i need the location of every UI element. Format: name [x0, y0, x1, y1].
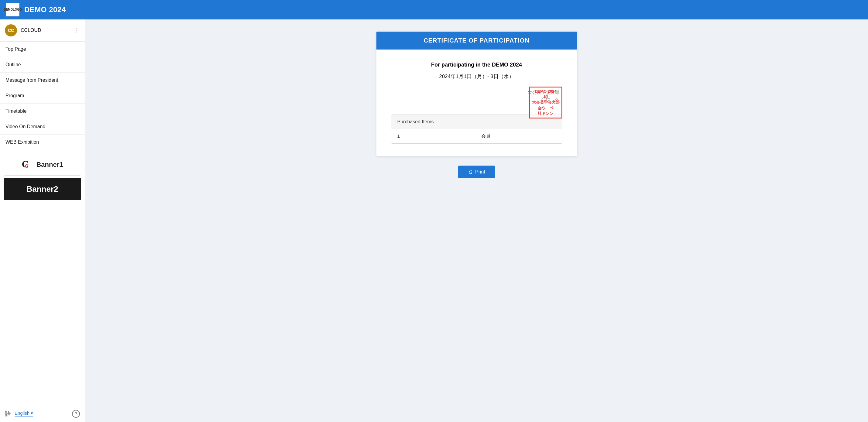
help-icon[interactable]: ?	[72, 410, 80, 418]
banner1[interactable]: C c Banner1	[4, 154, 81, 176]
purchased-row: 1 会員	[391, 129, 562, 143]
translate-icon: 語	[5, 410, 11, 418]
sidebar-item-timetable[interactable]: Timetable	[0, 103, 85, 119]
stamp-area: 大会長学会犬郎 会ウ ベ DEMO 2024 印 大会長学会犬郎 会ウ ベ 社ド…	[391, 90, 562, 102]
certificate-body: For participating in the DEMO 2024 2024年…	[376, 50, 577, 156]
sidebar-item-vod[interactable]: Video On Demand	[0, 119, 85, 134]
certificate-title: For participating in the DEMO 2024	[431, 62, 522, 68]
purchased-num: 1	[397, 133, 415, 139]
sidebar-item-web-exhibition[interactable]: WEB Exhibition	[0, 134, 85, 150]
username: CCLOUD	[21, 28, 74, 33]
certificate-card: CERTIFICATE OF PARTICIPATION For partici…	[376, 32, 577, 156]
certificate-header: CERTIFICATE OF PARTICIPATION	[376, 32, 577, 50]
language-selector[interactable]: English ▾	[14, 411, 33, 417]
banner2-text: Banner2	[26, 184, 58, 194]
print-button[interactable]: 🖨 Print	[458, 165, 495, 178]
sidebar-item-outline[interactable]: Outline	[0, 57, 85, 72]
stamp-overlay-line5: 社ドンン	[532, 111, 560, 116]
printer-icon: 🖨	[468, 169, 473, 175]
user-row: CC CCLOUD ⋮	[0, 20, 85, 41]
purchased-table: Purchased Items 1 会員	[391, 115, 562, 144]
sidebar-item-message[interactable]: Message from President	[0, 72, 85, 88]
banner1-text: Banner1	[36, 161, 63, 169]
sidebar-item-program[interactable]: Program	[0, 88, 85, 103]
banner2[interactable]: Banner2	[4, 178, 81, 200]
sidebar-footer: 語 English ▾ ?	[0, 405, 85, 422]
chevron-down-icon: ▾	[31, 411, 33, 416]
print-label: Print	[475, 169, 485, 175]
stamp-overlay-line4: 会ウ ベ	[532, 106, 560, 111]
avatar: CC	[5, 24, 17, 36]
main-content: CERTIFICATE OF PARTICIPATION For partici…	[85, 20, 868, 422]
stamp-overlay-line2: 印	[532, 94, 560, 100]
sidebar-item-top-page[interactable]: Top Page	[0, 41, 85, 57]
purchased-name: 会員	[415, 133, 556, 139]
more-options-icon[interactable]: ⋮	[74, 27, 80, 34]
certificate-date: 2024年1月1日（月）- 3日（水）	[439, 73, 514, 80]
stamp-overlay-line3: 大会長学会犬郎	[532, 100, 560, 105]
stamp-overlay: DEMO 2024 印 大会長学会犬郎 会ウ ベ 社ドンン	[529, 87, 562, 119]
stamp-block: 大会長学会犬郎 会ウ ベ DEMO 2024 印 大会長学会犬郎 会ウ ベ 社ド…	[527, 90, 559, 102]
language-label: English	[14, 411, 29, 416]
app-header: DEMO LOGO DEMO 2024	[0, 0, 868, 20]
app-title: DEMO 2024	[24, 5, 66, 14]
app-logo: DEMO LOGO	[6, 3, 20, 17]
banner1-logo: C c	[22, 159, 34, 170]
banner1-content: C c Banner1	[22, 159, 63, 170]
banner1-c-red: c	[25, 162, 28, 169]
stamp-overlay-line1: DEMO 2024	[532, 89, 560, 94]
sidebar: CC CCLOUD ⋮ Top Page Outline Message fro…	[0, 20, 85, 422]
banner-area: C c Banner1 Banner2	[0, 150, 85, 202]
